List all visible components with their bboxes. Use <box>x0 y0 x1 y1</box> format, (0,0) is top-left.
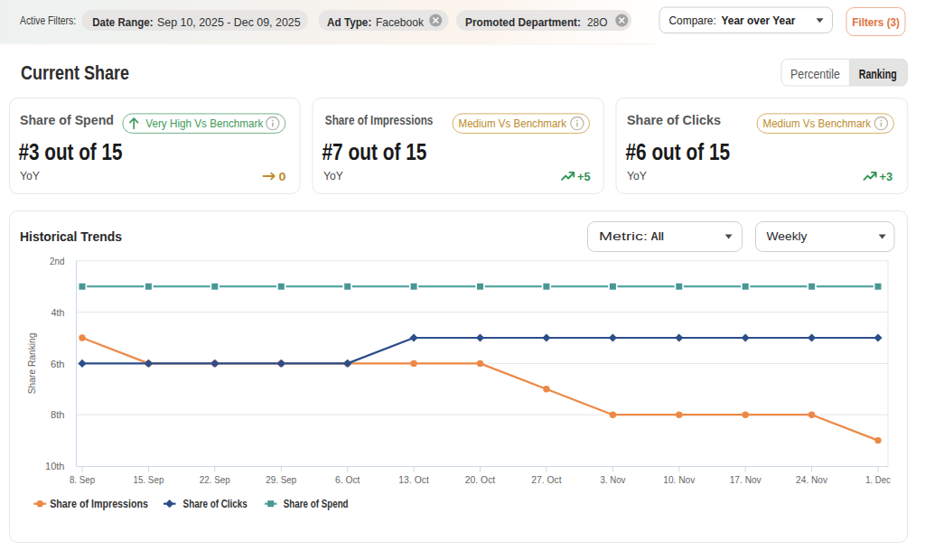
svg-text:2nd: 2nd <box>50 255 64 267</box>
svg-text:29. Sep: 29. Sep <box>266 473 296 486</box>
svg-text:YoY: YoY <box>20 170 40 182</box>
svg-text:Active Filters:: Active Filters: <box>20 14 76 27</box>
svg-text:Weekly: Weekly <box>767 229 808 243</box>
svg-text:YoY: YoY <box>627 170 647 182</box>
svg-text:28O: 28O <box>587 15 608 29</box>
svg-text:All: All <box>651 229 665 243</box>
svg-text:Sep 10, 2025 - Dec 09, 2025: Sep 10, 2025 - Dec 09, 2025 <box>157 15 301 29</box>
svg-text:YoY: YoY <box>323 170 343 182</box>
svg-text:27. Oct: 27. Oct <box>531 473 562 486</box>
svg-text:3. Nov: 3. Nov <box>600 473 625 486</box>
svg-text:Metric:: Metric: <box>599 229 648 243</box>
svg-text:8th: 8th <box>51 408 65 421</box>
svg-text:Share of Clicks: Share of Clicks <box>627 113 721 127</box>
svg-text:Ad Type:: Ad Type: <box>327 15 371 29</box>
svg-text:Medium Vs Benchmark: Medium Vs Benchmark <box>763 117 872 130</box>
svg-text:Share of Impressions: Share of Impressions <box>50 497 148 510</box>
svg-text:13. Oct: 13. Oct <box>398 473 429 486</box>
svg-text:#3 out of 15: #3 out of 15 <box>19 138 123 165</box>
svg-text:17. Nov: 17. Nov <box>730 473 761 486</box>
svg-text:20. Oct: 20. Oct <box>465 473 496 486</box>
svg-text:Current Share: Current Share <box>21 61 129 84</box>
svg-text:Share of Spend: Share of Spend <box>20 113 114 127</box>
svg-text:Share of Spend: Share of Spend <box>284 497 349 510</box>
svg-text:22. Sep: 22. Sep <box>200 473 230 486</box>
svg-text:Historical Trends: Historical Trends <box>20 229 122 244</box>
svg-text:Share Ranking: Share Ranking <box>26 333 39 395</box>
svg-text:6. Oct: 6. Oct <box>335 473 360 486</box>
svg-text:Share of Impressions: Share of Impressions <box>325 113 434 127</box>
svg-text:10. Nov: 10. Nov <box>663 473 695 486</box>
svg-text:Facebook: Facebook <box>376 15 424 29</box>
svg-text:Date Range:: Date Range: <box>92 15 153 29</box>
svg-text:Promoted Department:: Promoted Department: <box>465 15 581 29</box>
svg-text:24. Nov: 24. Nov <box>796 473 827 486</box>
svg-text:Ranking: Ranking <box>859 66 897 81</box>
svg-text:Filters (3): Filters (3) <box>852 15 900 29</box>
svg-text:15. Sep: 15. Sep <box>133 473 164 486</box>
svg-text:8. Sep: 8. Sep <box>70 473 95 486</box>
svg-text:Very High Vs Benchmark: Very High Vs Benchmark <box>145 117 263 130</box>
svg-text:Medium Vs Benchmark: Medium Vs Benchmark <box>459 117 567 130</box>
svg-text:Share of Clicks: Share of Clicks <box>183 497 248 510</box>
svg-text:1. Dec: 1. Dec <box>865 473 891 486</box>
svg-text:+5: +5 <box>577 170 591 183</box>
svg-text:10th: 10th <box>45 460 65 472</box>
svg-text:6th: 6th <box>51 358 65 370</box>
svg-text:#6 out of 15: #6 out of 15 <box>626 138 731 165</box>
svg-text:#7 out of 15: #7 out of 15 <box>322 138 426 165</box>
svg-text:Year over Year: Year over Year <box>722 14 796 27</box>
svg-text:Compare:: Compare: <box>669 14 716 27</box>
svg-text:+3: +3 <box>880 170 893 183</box>
svg-text:0: 0 <box>279 170 286 183</box>
svg-text:Percentile: Percentile <box>790 66 840 81</box>
svg-text:4th: 4th <box>51 306 65 319</box>
